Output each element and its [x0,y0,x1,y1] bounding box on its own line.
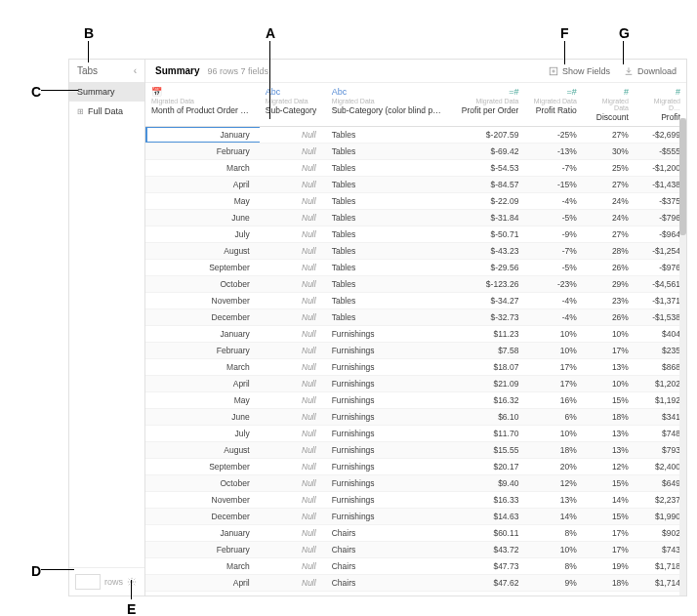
table-cell: $-207.59 [450,127,524,144]
collapse-icon[interactable]: ‹ [134,65,137,76]
field-type-icon: =# [530,87,576,97]
table-cell: Null [260,276,326,293]
table-cell: Null [260,426,326,442]
table-row[interactable]: AugustNullFurnishings$15.5518%13%$793 [145,442,686,459]
table-cell: 15% [583,392,635,409]
table-row[interactable]: AprilNullFurnishings$21.0917%10%$1,202 [145,376,686,392]
table-cell: $11.70 [450,426,524,442]
field-name: Profit Ratio [530,105,576,115]
column-header[interactable]: AbcMigrated DataSub-Category (color blin… [326,83,450,127]
table-row[interactable]: SeptemberNullTables$-29.56-5%26%-$976 [145,260,686,276]
table-row[interactable]: AprilNullTables$-84.57-15%27%-$1,438 [145,177,686,193]
table-cell: -7% [524,243,582,260]
settings-icon[interactable] [127,577,137,587]
download-label: Download [637,66,676,76]
rows-input[interactable] [75,574,101,590]
table-cell: Tables [326,243,450,260]
table-row[interactable]: FebruaryNullTables$-69.42-13%30%-$555 [145,144,686,160]
table-cell: 18% [524,442,582,459]
table-cell: 14% [524,509,582,525]
field-type-icon: # [640,87,680,97]
table-cell: Null [260,210,326,226]
table-cell: Furnishings [326,492,450,509]
table-cell: Furnishings [326,326,450,343]
table-cell: $21.09 [450,376,524,392]
table-row[interactable]: JuneNullFurnishings$6.106%18%$341 [145,409,686,426]
table-cell: 16% [524,392,582,409]
table-row[interactable]: JanuaryNullChairs$60.118%17%$902 [145,525,686,542]
table-row[interactable]: MayNullTables$-22.09-4%24%-$375 [145,193,686,210]
table-cell: August [145,243,260,260]
table-scroll[interactable]: 📅Migrated DataMonth of Product Order Dat… [145,83,686,595]
field-source: Migrated Data [530,98,576,104]
table-row[interactable]: AprilNullChairs$47.629%18%$1,714 [145,575,686,592]
table-cell: September [145,260,260,276]
table-cell: Null [260,160,326,177]
table-cell: 17% [583,525,635,542]
table-cell: February [145,343,260,359]
table-row[interactable]: OctoberNullTables$-123.26-23%29%-$4,561 [145,276,686,293]
column-header[interactable]: 📅Migrated DataMonth of Product Order Dat… [145,83,260,127]
table-row[interactable]: FebruaryNullChairs$43.7210%17%$743 [145,542,686,558]
table-row[interactable]: NovemberNullFurnishings$16.3313%14%$2,23… [145,492,686,509]
table-cell: Null [260,475,326,492]
table-cell: 27% [583,127,635,144]
table-row[interactable]: MayNullFurnishings$16.3216%15%$1,192 [145,392,686,409]
table-row[interactable]: JulyNullFurnishings$11.7010%13%$748 [145,426,686,442]
tab-summary[interactable]: Summary [69,82,144,102]
table-cell: 8% [524,558,582,575]
table-cell: -5% [524,210,582,226]
column-header[interactable]: =#Migrated DataProfit per Order [450,83,524,127]
table-cell: May [145,193,260,210]
download-button[interactable]: Download [624,66,676,76]
table-row[interactable]: AugustNullTables$-43.23-7%28%-$1,254 [145,243,686,260]
table-row[interactable]: MarchNullTables$-54.53-7%25%-$1,200 [145,160,686,177]
table-row[interactable]: DecemberNullTables$-32.73-4%26%-$1,538 [145,309,686,326]
table-cell: October [145,276,260,293]
column-header[interactable]: =#Migrated DataProfit Ratio [524,83,582,127]
table-row[interactable]: MarchNullFurnishings$18.0717%13%$868 [145,359,686,376]
table-cell: Null [260,459,326,475]
table-cell: Null [260,226,326,243]
table-cell: $11.23 [450,326,524,343]
show-fields-button[interactable]: Show Fields [549,66,610,76]
table-row[interactable]: JulyNullTables$-50.71-9%27%-$964 [145,226,686,243]
table-cell: $-69.42 [450,144,524,160]
table-cell: Chairs [326,575,450,592]
table-cell: Null [260,359,326,376]
table-row[interactable]: SeptemberNullFurnishings$20.1720%12%$2,4… [145,459,686,475]
table-cell: December [145,309,260,326]
callout-line [131,580,132,599]
tab-full-data[interactable]: ⊞Full Data [69,102,144,121]
table-cell: 28% [583,243,635,260]
callout-d: D [31,563,41,579]
page-meta: 96 rows 7 fields [208,66,269,76]
table-cell: 12% [583,459,635,475]
table-cell: Tables [326,144,450,160]
table-cell: Furnishings [326,409,450,426]
table-cell: May [145,392,260,409]
table-cell: 15% [583,475,635,492]
table-cell: 30% [583,144,635,160]
table-cell: 17% [524,359,582,376]
table-row[interactable]: DecemberNullFurnishings$14.6314%15%$1,99… [145,509,686,525]
table-cell: Null [260,442,326,459]
table-row[interactable]: JanuaryNullTables$-207.59-25%27%-$2,699 [145,127,686,144]
table-cell: Furnishings [326,359,450,376]
table-cell: Null [260,392,326,409]
table-row[interactable]: JanuaryNullFurnishings$11.2310%10%$404 [145,326,686,343]
table-row[interactable]: JuneNullTables$-31.84-5%24%-$796 [145,210,686,226]
scroll-thumb[interactable] [679,118,686,235]
table-cell: $15.55 [450,442,524,459]
table-cell: -13% [524,144,582,160]
table-cell: $60.11 [450,525,524,542]
table-cell: Furnishings [326,343,450,359]
table-row[interactable]: NovemberNullTables$-34.27-4%23%-$1,371 [145,293,686,309]
table-row[interactable]: OctoberNullFurnishings$9.4012%15%$649 [145,475,686,492]
table-row[interactable]: FebruaryNullFurnishings$7.5810%17%$235 [145,343,686,359]
table-row[interactable]: MarchNullChairs$47.738%19%$1,718 [145,558,686,575]
field-source: Migrated Data [456,98,518,104]
scrollbar[interactable] [679,118,686,595]
field-source: Migrated Data [151,98,254,104]
column-header[interactable]: #Migrated DataDiscount [583,83,635,127]
